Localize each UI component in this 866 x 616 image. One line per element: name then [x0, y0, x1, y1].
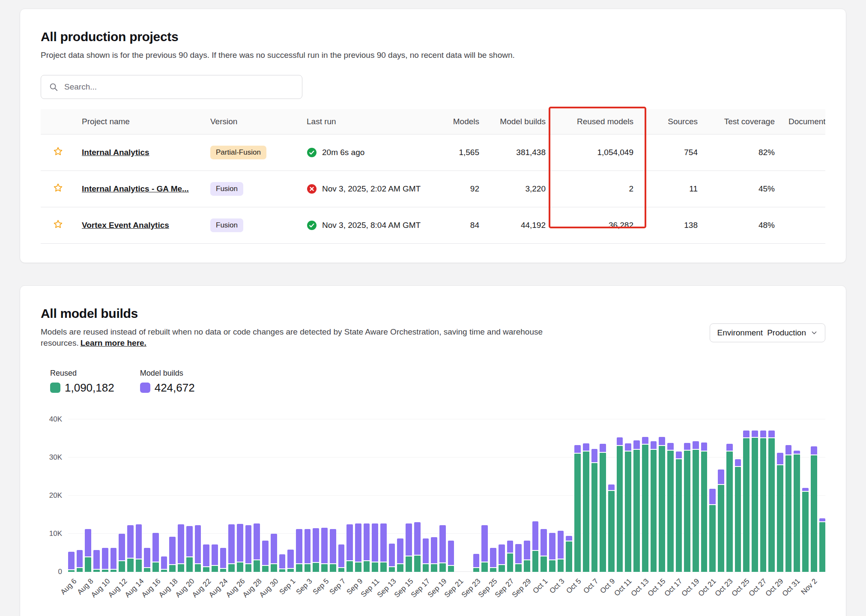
table-row[interactable]: Internal Analytics - GA Me... Fusion Nov… [41, 170, 825, 207]
bar-oct-16[interactable] [667, 419, 674, 572]
bar-oct-17[interactable] [676, 419, 682, 572]
bar-sep-11[interactable] [372, 419, 378, 572]
bar-aug-20[interactable] [186, 419, 193, 572]
bar-oct-27[interactable] [760, 419, 767, 572]
bar-oct-14[interactable] [651, 419, 657, 572]
bar-aug-25[interactable] [228, 419, 235, 572]
bar-oct-25[interactable] [743, 419, 750, 572]
bar-oct-6[interactable] [583, 419, 589, 572]
bar-sep-6[interactable] [330, 419, 336, 572]
bar-oct-26[interactable] [752, 419, 758, 572]
favorite-star-icon[interactable] [53, 219, 63, 230]
bar-aug-11[interactable] [110, 419, 117, 572]
bar-sep-8[interactable] [346, 419, 353, 572]
bar-oct-24[interactable] [735, 419, 741, 572]
bar-nov-3[interactable] [819, 419, 826, 572]
environment-select[interactable]: Environment Production [710, 323, 825, 342]
bar-aug-12[interactable] [119, 419, 125, 572]
bar-aug-29[interactable] [262, 419, 269, 572]
bar-aug-15[interactable] [144, 419, 150, 572]
bar-oct-5[interactable] [574, 419, 581, 572]
bar-sep-23[interactable] [473, 419, 480, 572]
bar-aug-22[interactable] [203, 419, 209, 572]
bar-aug-6[interactable] [68, 419, 75, 572]
bar-sep-10[interactable] [364, 419, 370, 572]
bar-aug-31[interactable] [279, 419, 286, 572]
bar-oct-22[interactable] [718, 419, 724, 572]
bar-aug-13[interactable] [127, 419, 134, 572]
bar-sep-15[interactable] [406, 419, 412, 572]
bar-oct-2[interactable] [549, 419, 555, 572]
bar-sep-12[interactable] [380, 419, 387, 572]
bar-oct-20[interactable] [701, 419, 708, 572]
learn-more-link[interactable]: Learn more here. [81, 338, 146, 347]
bar-oct-3[interactable] [558, 419, 564, 572]
bar-sep-2[interactable] [296, 419, 302, 572]
search-box[interactable] [41, 75, 302, 99]
bar-aug-19[interactable] [178, 419, 184, 572]
table-row[interactable]: Vortex Event Analytics Fusion Nov 3, 202… [41, 207, 825, 243]
bar-sep-16[interactable] [414, 419, 421, 572]
bar-aug-28[interactable] [254, 419, 260, 572]
bar-oct-4[interactable] [566, 419, 572, 572]
bar-aug-16[interactable] [152, 419, 159, 572]
bar-aug-9[interactable] [93, 419, 100, 572]
bar-oct-31[interactable] [794, 419, 800, 572]
bar-aug-14[interactable] [136, 419, 142, 572]
bar-oct-28[interactable] [768, 419, 775, 572]
bar-oct-15[interactable] [659, 419, 665, 572]
bar-sep-18[interactable] [431, 419, 437, 572]
bar-oct-23[interactable] [726, 419, 733, 572]
favorite-star-icon[interactable] [53, 182, 63, 193]
bar-aug-7[interactable] [77, 419, 83, 572]
bar-aug-23[interactable] [212, 419, 218, 572]
favorite-star-icon[interactable] [53, 146, 63, 157]
project-name-link[interactable]: Internal Analytics - GA Me... [82, 184, 189, 193]
bar-oct-12[interactable] [633, 419, 640, 572]
bar-nov-2[interactable] [811, 419, 817, 572]
bar-sep-30[interactable] [532, 419, 539, 572]
bar-aug-26[interactable] [237, 419, 243, 572]
bar-oct-11[interactable] [625, 419, 631, 572]
search-input[interactable] [64, 82, 294, 92]
bar-sep-27[interactable] [507, 419, 514, 572]
bar-sep-25[interactable] [490, 419, 496, 572]
bar-oct-9[interactable] [608, 419, 615, 572]
bar-sep-28[interactable] [515, 419, 522, 572]
table-row[interactable]: Internal Analytics Partial-Fusion 20m 6s… [41, 134, 825, 170]
bar-oct-19[interactable] [693, 419, 699, 572]
bar-aug-18[interactable] [169, 419, 176, 572]
bar-sep-22[interactable] [465, 419, 471, 572]
bar-sep-7[interactable] [338, 419, 345, 572]
bar-sep-29[interactable] [524, 419, 530, 572]
bar-oct-18[interactable] [684, 419, 690, 572]
bar-aug-24[interactable] [220, 419, 227, 572]
bar-oct-8[interactable] [600, 419, 606, 572]
bar-sep-21[interactable] [456, 419, 463, 572]
bar-sep-1[interactable] [287, 419, 294, 572]
bar-aug-17[interactable] [161, 419, 167, 572]
bar-sep-5[interactable] [321, 419, 328, 572]
bar-aug-27[interactable] [245, 419, 252, 572]
bar-sep-4[interactable] [313, 419, 319, 572]
bar-aug-10[interactable] [102, 419, 108, 572]
bar-sep-9[interactable] [355, 419, 361, 572]
project-name-link[interactable]: Internal Analytics [82, 148, 149, 157]
bar-oct-29[interactable] [777, 419, 783, 572]
bar-aug-30[interactable] [271, 419, 277, 572]
bar-oct-1[interactable] [541, 419, 547, 572]
bar-sep-19[interactable] [439, 419, 446, 572]
bar-sep-13[interactable] [389, 419, 395, 572]
bar-aug-21[interactable] [195, 419, 201, 572]
bar-aug-8[interactable] [85, 419, 91, 572]
bar-oct-10[interactable] [617, 419, 623, 572]
project-name-link[interactable]: Vortex Event Analytics [82, 221, 169, 230]
bar-sep-26[interactable] [499, 419, 505, 572]
bar-oct-13[interactable] [642, 419, 648, 572]
bar-oct-7[interactable] [591, 419, 598, 572]
bar-sep-17[interactable] [423, 419, 429, 572]
bar-oct-30[interactable] [785, 419, 792, 572]
bar-sep-14[interactable] [397, 419, 403, 572]
bar-sep-3[interactable] [305, 419, 311, 572]
bar-sep-24[interactable] [481, 419, 488, 572]
